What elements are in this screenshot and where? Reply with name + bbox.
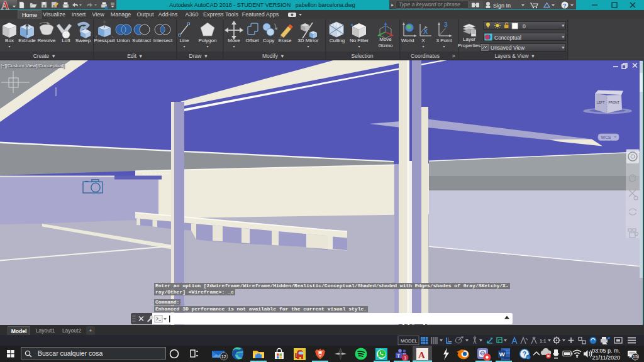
svg-text:WCS: WCS: [601, 135, 611, 140]
svg-text:?: ?: [563, 3, 567, 9]
svg-text:X: X: [423, 28, 428, 35]
svg-text:21/11/2020: 21/11/2020: [592, 354, 620, 361]
svg-text:FRONT: FRONT: [609, 101, 619, 104]
svg-text:12: 12: [221, 354, 226, 359]
svg-text:T: T: [397, 354, 401, 358]
svg-text:03:05 p. m.: 03:05 p. m.: [592, 348, 620, 354]
svg-text:W: W: [499, 351, 505, 358]
svg-text:1:1: 1:1: [540, 338, 546, 344]
svg-text:i: i: [528, 356, 528, 359]
svg-text:?: ?: [523, 350, 527, 358]
svg-text:1: 1: [404, 355, 406, 361]
svg-text:LEFT: LEFT: [597, 101, 604, 104]
svg-text:15: 15: [633, 354, 638, 359]
svg-text:Sign In: Sign In: [493, 3, 511, 9]
svg-text:3: 3: [444, 21, 448, 28]
svg-text:A: A: [1, 0, 9, 10]
svg-text:A: A: [418, 350, 425, 360]
svg-text:MODEL: MODEL: [401, 338, 418, 344]
